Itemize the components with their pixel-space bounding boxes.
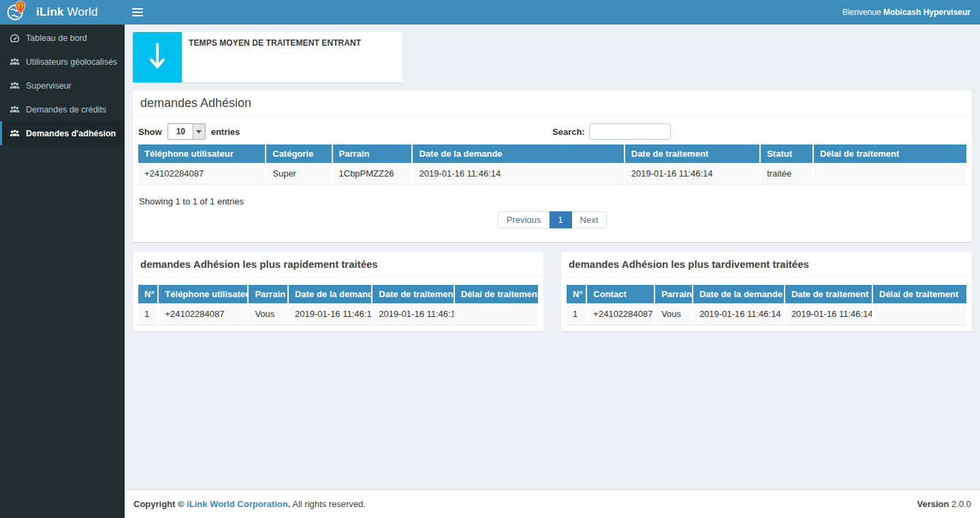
column-header: Date de la demande: [693, 285, 785, 303]
table-info-text: Showing 1 to 1 of 1 entries: [139, 196, 966, 207]
sidebar-item-tableau-de-bord[interactable]: Tableau de bord: [0, 26, 125, 50]
column-header: N°: [567, 285, 586, 303]
rights-text: All rights reserved.: [290, 499, 366, 509]
panel-title: demandes Adhésion les plus rapidement tr…: [133, 252, 543, 277]
cell-delai: [454, 303, 538, 325]
users-icon: [10, 81, 20, 91]
brand-name-regular: World: [64, 5, 98, 18]
search-control: Search:: [552, 123, 966, 140]
hamburger-icon[interactable]: [132, 8, 143, 16]
info-box-title: TEMPS MOYEN DE TRAITEMENT ENTRANT: [182, 32, 368, 82]
cell-parrain: Vous: [654, 303, 693, 325]
column-header: Délai de traitement: [454, 285, 538, 303]
panel-title: demandes Adhésion: [133, 91, 972, 117]
sidebar-item-demandes-de-credits[interactable]: Demandes de crédits: [0, 97, 125, 121]
welcome-prefix: Bienvenue: [842, 7, 883, 17]
entries-label: entries: [211, 127, 240, 137]
user-name: Mobicash Hyperviseur: [883, 7, 970, 17]
info-box-temps-moyen: TEMPS MOYEN DE TRAITEMENT ENTRANT: [133, 32, 402, 82]
page-length-select[interactable]: 10: [168, 123, 206, 140]
column-header: Parrain: [654, 285, 693, 303]
panel-rapidement-traitees: demandes Adhésion les plus rapidement tr…: [133, 252, 543, 331]
brand-name-bold: iLink: [36, 5, 64, 18]
main-area: Bienvenue Mobicash Hyperviseur TEMPS MOY…: [125, 0, 980, 518]
pagination-page-1-button[interactable]: 1: [550, 211, 571, 228]
panel-body: Show 10 entries Search:: [133, 117, 972, 242]
column-header: Date de la demande: [288, 285, 372, 303]
company-link[interactable]: iLink World Corporation: [187, 499, 288, 509]
app-window: $ iLink World Tableau de bord: [0, 0, 980, 518]
sidebar-item-label: Utilisateurs géolocalisés: [26, 57, 117, 67]
users-icon: [10, 105, 20, 115]
column-header[interactable]: Catégorie: [266, 144, 332, 163]
panel-body: N° Téléphone utilisateur Parrain Date de…: [133, 277, 543, 331]
pagination-previous-button[interactable]: Previous: [498, 211, 550, 228]
topbar: Bienvenue Mobicash Hyperviseur: [125, 0, 980, 25]
panel-tardivement-traitees: demandes Adhésion les plus tardivement t…: [561, 252, 972, 331]
search-input[interactable]: [589, 123, 671, 140]
column-header[interactable]: Parrain: [332, 144, 413, 163]
sidebar-item-demandes-adhesion[interactable]: Demandes d'adhésion: [0, 121, 125, 145]
long-arrow-down-icon: [133, 32, 182, 82]
column-header: Contact: [586, 285, 654, 303]
cell-numero: 1: [138, 303, 158, 325]
cell-numero: 1: [567, 303, 586, 325]
column-header: Délai de traitement: [872, 285, 966, 303]
cell-date-demande: 2019-01-16 11:46:14: [412, 163, 624, 185]
sidebar-item-label: Tableau de bord: [26, 33, 87, 43]
column-header[interactable]: Délai de traitement: [813, 144, 966, 163]
page-length-select-wrap: 10: [168, 123, 206, 140]
cell-parrain: Vous: [248, 303, 288, 325]
brand-logo-link[interactable]: $ iLink World: [0, 0, 125, 25]
cell-delai: [872, 303, 966, 325]
page-content: TEMPS MOYEN DE TRAITEMENT ENTRANT demand…: [125, 25, 980, 483]
table-row: 1 +24102284087 Vous 2019-01-16 11:46:14 …: [138, 303, 538, 325]
column-header: Parrain: [248, 285, 288, 303]
cell-date-traitement: 2019-01-16 11:46:14: [625, 163, 760, 185]
column-header[interactable]: Statut: [760, 144, 813, 163]
search-label: Search:: [552, 127, 585, 137]
column-header: Date de traitement: [785, 285, 872, 303]
pagination-next-button[interactable]: Next: [572, 211, 607, 228]
sidebar-item-label: Demandes de crédits: [26, 105, 106, 115]
rapidement-table: N° Téléphone utilisateur Parrain Date de…: [138, 285, 538, 325]
column-header: Téléphone utilisateur: [158, 285, 248, 303]
users-icon: [10, 57, 20, 67]
sidebar-item-utilisateurs-geolocalises[interactable]: Utilisateurs géolocalisés: [0, 50, 125, 74]
panel-demandes-adhesion: demandes Adhésion Show 10 entries: [133, 91, 972, 242]
version-text: Version 2.0.0: [917, 499, 972, 509]
cell-statut: traitée: [760, 163, 813, 185]
tardivement-table: N° Contact Parrain Date de la demande Da…: [567, 285, 966, 325]
footer: Copyright © iLink World Corporation. All…: [125, 489, 980, 518]
version-value: 2.0.0: [949, 499, 971, 509]
globe-pin-dollar-icon: $: [5, 0, 27, 25]
sidebar-item-label: Superviseur: [26, 81, 72, 91]
cell-delai: [813, 163, 966, 185]
table-header-row: N° Téléphone utilisateur Parrain Date de…: [138, 285, 538, 303]
cell-contact: +24102284087: [586, 303, 654, 325]
cell-telephone: +24102284087: [158, 303, 248, 325]
column-header[interactable]: Téléphone utilisateur: [138, 144, 266, 163]
column-header[interactable]: Date de la demande: [412, 144, 624, 163]
panel-title: demandes Adhésion les plus tardivement t…: [561, 252, 972, 277]
column-header: Date de traitement: [372, 285, 454, 303]
brand-name: iLink World: [36, 5, 98, 19]
sidebar-menu: Tableau de bord Utilisateurs géolocalisé…: [0, 25, 125, 145]
table-header-row: Téléphone utilisateur Catégorie Parrain …: [138, 144, 966, 163]
version-label: Version: [917, 499, 949, 509]
copyright-prefix: Copyright ©: [133, 499, 187, 509]
svg-text:$: $: [19, 3, 22, 9]
sidebar-item-superviseur[interactable]: Superviseur: [0, 74, 125, 97]
column-header[interactable]: Date de traitement: [625, 144, 760, 163]
copyright-text: Copyright © iLink World Corporation. All…: [133, 499, 366, 509]
pagination: Previous 1 Next: [138, 211, 966, 228]
cell-parrain: 1CbpPMZZ26: [332, 163, 413, 185]
table-row: +24102284087 Super 1CbpPMZZ26 2019-01-16…: [138, 163, 966, 185]
length-control: Show 10 entries: [138, 123, 552, 140]
cell-date-demande: 2019-01-16 11:46:14: [693, 303, 785, 325]
cell-telephone: +24102284087: [138, 163, 266, 185]
sidebar-item-label: Demandes d'adhésion: [26, 129, 116, 138]
panel-body: N° Contact Parrain Date de la demande Da…: [561, 277, 972, 331]
cell-date-demande: 2019-01-16 11:46:14: [288, 303, 372, 325]
users-icon: [10, 129, 20, 138]
